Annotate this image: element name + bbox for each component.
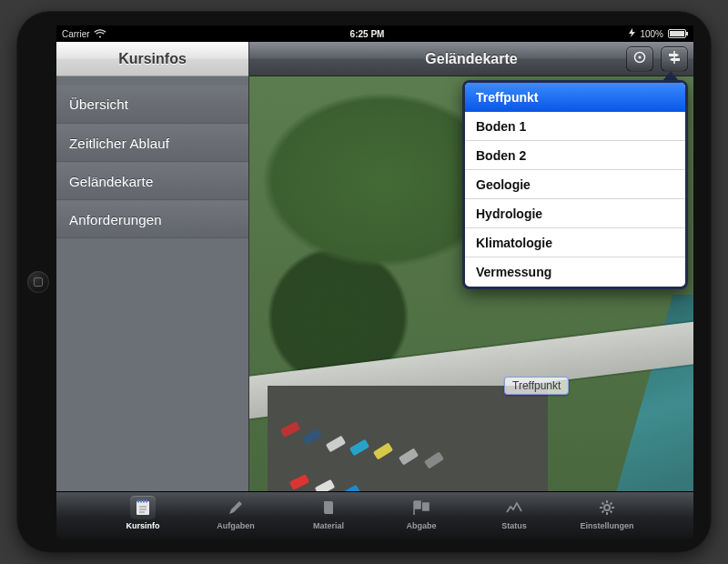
popover-item-label: Boden 2 bbox=[476, 148, 526, 163]
popover: Treffpunkt Boden 1 Boden 2 Geologie bbox=[462, 80, 688, 289]
popover-item-label: Geologie bbox=[476, 177, 531, 192]
status-bar: Carrier 6:25 PM 100% bbox=[56, 25, 693, 42]
tab-label: Kursinfo bbox=[126, 521, 160, 530]
sidebar-item-label: Anforderungen bbox=[69, 212, 162, 227]
battery-icon bbox=[668, 29, 688, 38]
svg-marker-6 bbox=[669, 54, 679, 56]
tab-status[interactable]: Status bbox=[480, 496, 549, 539]
map-pin-label[interactable]: Treffpunkt bbox=[504, 377, 569, 395]
tab-material[interactable]: Material bbox=[294, 496, 363, 539]
popover-item-label: Hydrologie bbox=[476, 206, 542, 221]
svg-point-4 bbox=[638, 55, 641, 58]
tab-einstellungen[interactable]: Einstellungen bbox=[572, 496, 642, 539]
popover-item-geologie[interactable]: Geologie bbox=[465, 170, 685, 199]
clock-label: 6:25 PM bbox=[106, 29, 630, 39]
chart-icon bbox=[501, 496, 527, 519]
svg-rect-1 bbox=[670, 31, 684, 36]
home-button[interactable] bbox=[27, 271, 49, 293]
svg-rect-8 bbox=[136, 501, 149, 515]
sidebar-item-requirements[interactable]: Anforderungen bbox=[56, 200, 248, 238]
popover-item-boden2[interactable]: Boden 2 bbox=[465, 141, 685, 170]
sidebar: Kursinfos Übersicht Zeitlicher Ablauf Ge… bbox=[56, 42, 249, 491]
popover-list: Treffpunkt Boden 1 Boden 2 Geologie bbox=[465, 83, 685, 287]
svg-point-9 bbox=[604, 505, 610, 510]
battery-percent: 100% bbox=[640, 29, 663, 39]
gear-icon bbox=[594, 496, 620, 519]
map-parking bbox=[268, 386, 548, 491]
signpost-icon bbox=[667, 50, 682, 68]
app: Kursinfos Übersicht Zeitlicher Ablauf Ge… bbox=[56, 42, 693, 539]
popover-item-hydrologie[interactable]: Hydrologie bbox=[465, 199, 685, 228]
popover-item-label: Vermessung bbox=[476, 265, 551, 279]
notes-icon bbox=[130, 496, 156, 519]
layers-button[interactable] bbox=[661, 46, 688, 72]
carrier-label: Carrier bbox=[62, 29, 90, 39]
tab-bar: Kursinfo Aufgaben Material bbox=[56, 491, 693, 539]
book-icon bbox=[316, 496, 341, 519]
tab-label: Status bbox=[501, 521, 527, 530]
svg-rect-5 bbox=[673, 51, 675, 64]
tab-label: Abgabe bbox=[406, 521, 436, 530]
tab-label: Material bbox=[313, 521, 344, 530]
popover-item-label: Klimatologie bbox=[476, 236, 552, 250]
popover-item-treffpunkt[interactable]: Treffpunkt bbox=[465, 83, 685, 112]
wifi-icon bbox=[95, 30, 106, 38]
sidebar-item-label: Geländekarte bbox=[69, 174, 153, 189]
locate-button[interactable] bbox=[626, 46, 653, 72]
page-title: Geländekarte bbox=[425, 51, 517, 67]
tab-label: Aufgaben bbox=[217, 521, 255, 530]
tab-kursinfo[interactable]: Kursinfo bbox=[108, 496, 177, 539]
popover-item-klimatologie[interactable]: Klimatologie bbox=[465, 228, 685, 257]
svg-marker-7 bbox=[670, 58, 680, 61]
sidebar-title: Kursinfos bbox=[56, 42, 248, 76]
ipad-frame: Carrier 6:25 PM 100% Kursinfos bbox=[16, 11, 712, 553]
popover-item-boden1[interactable]: Boden 1 bbox=[465, 112, 685, 141]
sidebar-item-terrainmap[interactable]: Geländekarte bbox=[56, 162, 248, 200]
sidebar-item-overview[interactable]: Übersicht bbox=[56, 86, 248, 124]
svg-rect-2 bbox=[686, 32, 688, 35]
tab-label: Einstellungen bbox=[580, 521, 633, 530]
popover-item-label: Treffpunkt bbox=[476, 90, 538, 105]
screen: Carrier 6:25 PM 100% Kursinfos bbox=[56, 25, 693, 539]
sidebar-item-schedule[interactable]: Zeitlicher Ablauf bbox=[56, 124, 248, 162]
tab-aufgaben[interactable]: Aufgaben bbox=[201, 496, 270, 539]
flag-icon bbox=[409, 496, 434, 519]
popover-item-label: Boden 1 bbox=[476, 119, 526, 134]
main-pane: Geländekarte bbox=[249, 42, 693, 491]
sidebar-list: Übersicht Zeitlicher Ablauf Geländekarte… bbox=[56, 76, 248, 238]
sidebar-item-label: Übersicht bbox=[69, 96, 128, 112]
pencil-icon bbox=[223, 496, 248, 519]
tab-abgabe[interactable]: Abgabe bbox=[387, 496, 456, 539]
charging-icon bbox=[629, 28, 635, 39]
target-icon bbox=[632, 50, 647, 68]
sidebar-item-label: Zeitlicher Ablauf bbox=[69, 136, 169, 151]
popover-item-vermessung[interactable]: Vermessung bbox=[465, 257, 685, 287]
main-header: Geländekarte bbox=[249, 42, 693, 76]
